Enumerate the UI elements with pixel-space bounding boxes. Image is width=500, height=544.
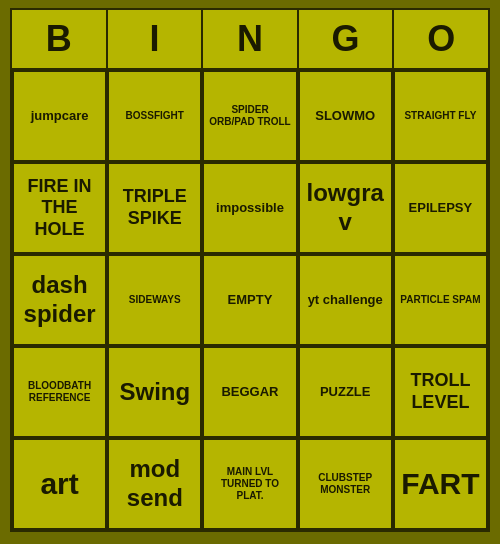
cell-text-7: impossible [216, 200, 284, 216]
bingo-cell-6[interactable]: TRIPLE SPIKE [107, 162, 202, 254]
bingo-cell-8[interactable]: lowgrav [298, 162, 393, 254]
cell-text-20: art [40, 466, 78, 502]
cell-text-1: BOSSFIGHT [126, 110, 184, 122]
cell-text-18: PUZZLE [320, 384, 371, 400]
bingo-cell-15[interactable]: BLOODBATH REFERENCE [12, 346, 107, 438]
cell-text-10: dash spider [18, 271, 101, 329]
bingo-cell-10[interactable]: dash spider [12, 254, 107, 346]
cell-text-12: EMPTY [228, 292, 273, 308]
bingo-grid: jumpcareBOSSFIGHTSPIDER ORB/PAD TROLLSLO… [12, 70, 488, 530]
bingo-cell-12[interactable]: EMPTY [202, 254, 297, 346]
bingo-cell-22[interactable]: MAIN LVL TURNED TO PLAT. [202, 438, 297, 530]
bingo-cell-18[interactable]: PUZZLE [298, 346, 393, 438]
bingo-cell-2[interactable]: SPIDER ORB/PAD TROLL [202, 70, 297, 162]
cell-text-15: BLOODBATH REFERENCE [18, 380, 101, 404]
cell-text-11: SIDEWAYS [129, 294, 181, 306]
header-b: B [12, 10, 108, 68]
header-g: G [299, 10, 395, 68]
bingo-cell-4[interactable]: STRAIGHT FLY [393, 70, 488, 162]
cell-text-19: TROLL LEVEL [399, 370, 482, 413]
bingo-cell-14[interactable]: PARTICLE SPAM [393, 254, 488, 346]
cell-text-22: MAIN LVL TURNED TO PLAT. [208, 466, 291, 502]
header-o: O [394, 10, 488, 68]
header-i: I [108, 10, 204, 68]
bingo-cell-17[interactable]: BEGGAR [202, 346, 297, 438]
cell-text-4: STRAIGHT FLY [404, 110, 476, 122]
cell-text-21: mod send [113, 455, 196, 513]
cell-text-6: TRIPLE SPIKE [113, 186, 196, 229]
bingo-card: B I N G O jumpcareBOSSFIGHTSPIDER ORB/PA… [10, 8, 490, 532]
bingo-cell-3[interactable]: SLOWMO [298, 70, 393, 162]
bingo-cell-11[interactable]: SIDEWAYS [107, 254, 202, 346]
bingo-cell-7[interactable]: impossible [202, 162, 297, 254]
bingo-cell-16[interactable]: Swing [107, 346, 202, 438]
bingo-cell-20[interactable]: art [12, 438, 107, 530]
header-n: N [203, 10, 299, 68]
bingo-cell-21[interactable]: mod send [107, 438, 202, 530]
bingo-cell-19[interactable]: TROLL LEVEL [393, 346, 488, 438]
bingo-cell-24[interactable]: FART [393, 438, 488, 530]
cell-text-0: jumpcare [31, 108, 89, 124]
bingo-cell-23[interactable]: CLUBSTEP MONSTER [298, 438, 393, 530]
bingo-cell-13[interactable]: yt challenge [298, 254, 393, 346]
bingo-cell-5[interactable]: FIRE IN THE HOLE [12, 162, 107, 254]
bingo-cell-0[interactable]: jumpcare [12, 70, 107, 162]
cell-text-14: PARTICLE SPAM [400, 294, 480, 306]
cell-text-5: FIRE IN THE HOLE [18, 176, 101, 241]
cell-text-9: EPILEPSY [409, 200, 473, 216]
cell-text-16: Swing [119, 378, 190, 407]
cell-text-3: SLOWMO [315, 108, 375, 124]
cell-text-24: FART [401, 466, 479, 502]
bingo-cell-9[interactable]: EPILEPSY [393, 162, 488, 254]
cell-text-13: yt challenge [308, 292, 383, 308]
bingo-cell-1[interactable]: BOSSFIGHT [107, 70, 202, 162]
cell-text-8: lowgrav [304, 179, 387, 237]
cell-text-17: BEGGAR [221, 384, 278, 400]
cell-text-2: SPIDER ORB/PAD TROLL [208, 104, 291, 128]
bingo-header: B I N G O [12, 10, 488, 70]
cell-text-23: CLUBSTEP MONSTER [304, 472, 387, 496]
